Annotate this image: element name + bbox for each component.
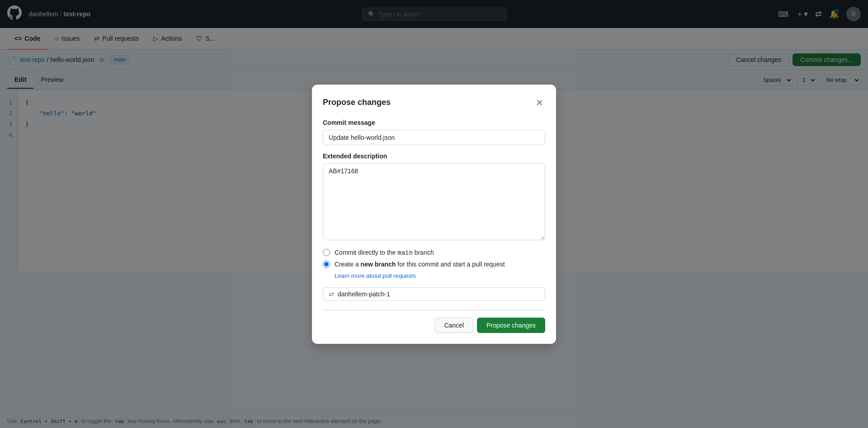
modal-header: Propose changes ✕	[323, 95, 545, 110]
modal-close-button[interactable]: ✕	[534, 95, 545, 110]
create-branch-option[interactable]: Create a new branch for this commit and …	[323, 261, 545, 268]
commit-directly-option[interactable]: Commit directly to the main branch	[323, 249, 545, 256]
commit-message-input[interactable]	[323, 130, 545, 145]
create-branch-label: Create a new branch for this commit and …	[335, 261, 505, 268]
commit-options-group: Commit directly to the main branch Creat…	[323, 249, 545, 271]
commit-message-group: Commit message	[323, 119, 545, 145]
extended-description-textarea[interactable]: AB#17168	[323, 163, 545, 240]
modal-overlay: Propose changes ✕ Commit message Extende…	[0, 0, 868, 271]
commit-message-label: Commit message	[323, 119, 545, 126]
modal-title: Propose changes	[323, 98, 391, 107]
commit-directly-label: Commit directly to the main branch	[335, 249, 434, 256]
create-branch-radio[interactable]	[323, 261, 330, 268]
commit-directly-radio[interactable]	[323, 249, 330, 256]
extended-description-label: Extended description	[323, 152, 545, 160]
propose-changes-modal: Propose changes ✕ Commit message Extende…	[312, 85, 556, 271]
extended-description-group: Extended description AB#17168	[323, 152, 545, 242]
